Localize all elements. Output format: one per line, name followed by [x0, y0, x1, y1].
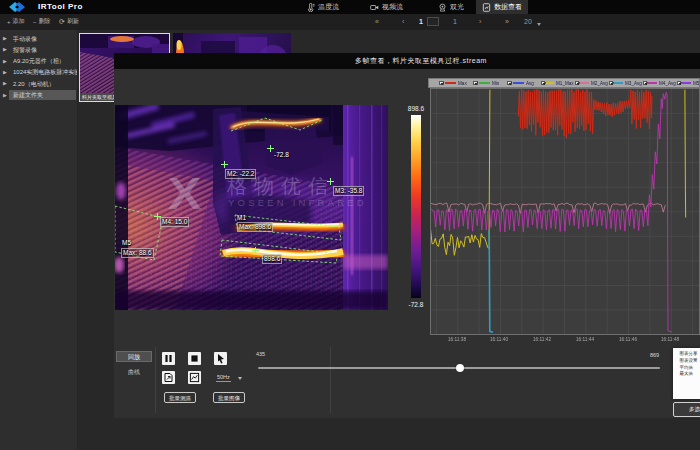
checkbox-checked-icon[interactable] — [643, 81, 647, 86]
tab-dual-light[interactable]: 双光 — [432, 0, 470, 14]
tab-playback[interactable]: 回放 — [116, 351, 152, 362]
chevron-right-icon[interactable]: ▶ — [3, 58, 8, 64]
tree-item[interactable]: ▶报警录像 — [0, 44, 78, 55]
thermal-scene — [115, 105, 388, 310]
checkbox-checked-icon[interactable] — [507, 81, 512, 86]
refresh-icon: ⟳ — [59, 18, 65, 26]
chevron-right-icon[interactable]: ▶ — [3, 92, 8, 98]
frame-slider[interactable] — [258, 367, 660, 369]
chevron-right-icon[interactable]: ▶ — [3, 46, 8, 52]
webcam-icon — [438, 3, 447, 12]
legend-color-dash — [580, 82, 589, 84]
cursor-button[interactable] — [214, 352, 227, 365]
chevron-right-icon[interactable]: ▶ — [3, 80, 8, 86]
legend-color-dash — [682, 82, 691, 84]
divider — [330, 347, 331, 413]
delete-label: 删除 — [39, 17, 51, 26]
tab-data-view[interactable]: 数据查看 — [476, 0, 528, 14]
divider — [155, 347, 156, 413]
export-icon — [162, 371, 175, 384]
chevron-right-icon[interactable]: ▶ — [3, 69, 8, 75]
tree-item[interactable]: ▶A9.20元器件（相） — [0, 55, 78, 66]
checkbox-checked-icon[interactable] — [439, 81, 444, 86]
measurement-label: M5 — [121, 239, 132, 247]
context-menu-item[interactable]: 图表分享 — [673, 351, 700, 358]
legend-color-dash — [479, 82, 490, 84]
legend-entry[interactable]: M3_Avg — [609, 80, 643, 86]
measurement-cross-icon — [252, 247, 259, 254]
stop-button[interactable] — [188, 352, 201, 365]
legend-color-dash — [546, 82, 554, 84]
pagination-page-input[interactable] — [427, 17, 439, 26]
pagination-total-pages: 1 — [453, 18, 457, 25]
measurement-label: 898.6 — [262, 254, 282, 264]
tree-item[interactable]: ▶1024实测电路板脉冲实验 — [0, 66, 78, 77]
checkbox-checked-icon[interactable] — [575, 81, 579, 86]
chart-series-M3_Avg — [489, 230, 493, 332]
pagination-last-button[interactable]: » — [505, 18, 509, 25]
tree-item-label: 2.20（电动机） — [13, 80, 55, 89]
batch-image-button[interactable]: 批量图像 — [213, 392, 245, 403]
tree-item[interactable]: ▶2.20（电动机） — [0, 78, 78, 89]
add-label: 添加 — [13, 17, 25, 26]
tab-curve[interactable]: 曲线 — [116, 367, 152, 378]
legend-series-name: M2_Avg — [591, 80, 608, 86]
batch-thermometry-button[interactable]: 批量测温 — [164, 392, 196, 403]
thermometer-icon — [306, 3, 315, 12]
viewer-title: 多帧查看，料片夹取至模具过程.stream — [114, 53, 700, 69]
cursor-icon — [214, 352, 227, 365]
multi-select-button[interactable]: 多选模式 — [673, 402, 700, 417]
pause-button[interactable] — [162, 352, 175, 365]
legend-entry[interactable]: Min — [473, 80, 507, 86]
legend-series-name: M1_Max — [556, 80, 574, 86]
plus-icon: + — [7, 19, 11, 25]
context-menu-item[interactable]: 最大值 — [673, 371, 700, 378]
refresh-button[interactable]: ⟳刷新 — [59, 16, 79, 27]
context-menu: 图表分享图表设置平均值最大值 — [673, 348, 700, 399]
slider-thumb[interactable] — [456, 364, 464, 372]
checkbox-checked-icon[interactable] — [677, 81, 681, 86]
tab-video-stream[interactable]: 视频流 — [364, 0, 409, 14]
pagination-next-button[interactable]: › — [479, 18, 481, 25]
legend-entry[interactable]: Max — [439, 80, 473, 86]
context-menu-item[interactable]: 平均值 — [673, 365, 700, 372]
legend-color-dash — [648, 82, 657, 84]
tree-item[interactable]: ▶手动录像 — [0, 33, 78, 44]
tab-temperature-stream[interactable]: 温度流 — [300, 0, 345, 14]
chevron-right-icon[interactable]: ▶ — [3, 35, 8, 41]
context-menu-item[interactable]: 图表设置 — [673, 358, 700, 365]
measurement-label: M2: -22.2 — [225, 169, 256, 179]
pagination-page-size-select[interactable]: 20 — [524, 18, 532, 25]
frequency-select[interactable]: 50Hz — [216, 374, 231, 382]
thermal-image[interactable]: X 格物优信 YOSEEN INFRARED -72.8M2: -22.2M3:… — [115, 105, 388, 310]
measurement-cross-icon — [221, 161, 228, 168]
legend-entry[interactable]: Avg — [507, 80, 541, 86]
export-button[interactable] — [162, 371, 175, 384]
chart-plot-area[interactable] — [430, 88, 700, 336]
toolbar-bar: +添加 −删除 ⟳刷新 « ‹ 1 1 › » 20 — [0, 14, 700, 30]
pagination-first-button[interactable]: « — [375, 18, 379, 25]
chevron-down-icon — [238, 377, 242, 380]
delete-button[interactable]: −删除 — [33, 16, 51, 27]
pagination-prev-button[interactable]: ‹ — [402, 18, 404, 25]
legend-series-name: M4_Avg — [659, 80, 676, 86]
x-tick-label: 16:11:40 — [482, 336, 516, 342]
tree-item-label: A9.20元器件（相） — [13, 57, 65, 66]
chart-button[interactable] — [188, 371, 201, 384]
tree-item[interactable]: ▶新建文件夹 — [0, 89, 78, 100]
add-button[interactable]: +添加 — [7, 16, 25, 27]
checkbox-checked-icon[interactable] — [609, 81, 613, 86]
slider-max-label: 869 — [650, 352, 659, 358]
legend-entry[interactable]: M2_Avg — [575, 80, 609, 86]
top-bar: IRTool Pro 温度流 视频流 双光 数据查看 — [0, 0, 700, 14]
app-title: IRTool Pro — [38, 2, 83, 11]
temperature-chart: MaxMinAvgM1_MaxM2_AvgM3_AvgM4_AvgM5_Avg … — [428, 78, 700, 342]
legend-entry[interactable]: M1_Max — [541, 80, 575, 86]
checkbox-checked-icon[interactable] — [473, 81, 478, 86]
legend-entry[interactable]: M5_Avg — [677, 80, 700, 86]
tree-item-label: 手动录像 — [13, 35, 37, 44]
minus-icon: − — [33, 19, 37, 25]
checkbox-checked-icon[interactable] — [541, 81, 545, 86]
legend-entry[interactable]: M4_Avg — [643, 80, 677, 86]
measurement-label: M3: -35.8 — [333, 186, 364, 196]
